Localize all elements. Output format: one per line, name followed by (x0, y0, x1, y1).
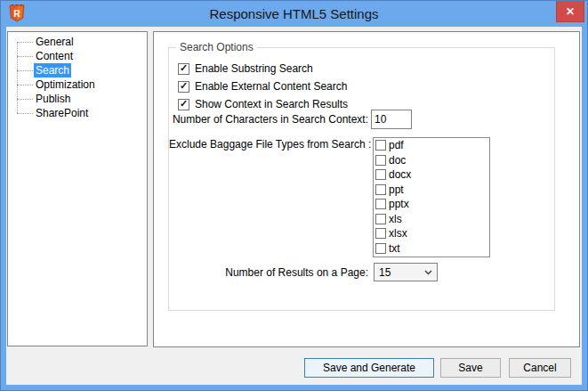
context-chars-label: Number of Characters in Search Context: (169, 113, 368, 126)
ppt-checkbox[interactable] (375, 184, 386, 195)
exclude-files-label: Exclude Baggage File Types from Search : (169, 138, 366, 151)
list-item-ppt[interactable]: ppt (374, 183, 489, 198)
tree-item-label[interactable]: Optimization (34, 77, 97, 92)
pdf-checkbox[interactable] (375, 140, 386, 151)
results-per-page-dropdown[interactable]: 15 (374, 263, 438, 281)
tree-item-publish[interactable]: Publish (8, 92, 147, 106)
groupbox-title: Search Options (176, 41, 257, 53)
title-bar[interactable]: R Responsive HTML5 Settings ✕ (0, 0, 588, 27)
docx-checkbox[interactable] (375, 169, 386, 180)
show-context-checkbox[interactable] (178, 99, 189, 110)
settings-tree: General Content Search Optimization Publ… (8, 35, 147, 120)
save-and-generate-button[interactable]: Save and Generate (304, 358, 434, 378)
tree-item-general[interactable]: General (8, 35, 147, 49)
results-per-page-label: Number of Results on a Page: (169, 266, 368, 279)
ppt-label: ppt (389, 183, 404, 196)
tree-item-label[interactable]: Search (34, 63, 71, 77)
tree-item-label[interactable]: General (34, 35, 76, 49)
substring-search-checkbox[interactable] (178, 63, 189, 75)
external-content-search-checkbox[interactable] (178, 81, 189, 93)
close-button[interactable]: ✕ (556, 1, 584, 22)
txt-label: txt (389, 242, 400, 255)
save-button[interactable]: Save (440, 358, 501, 378)
xlsx-checkbox[interactable] (375, 228, 386, 239)
context-chars-input[interactable] (371, 110, 412, 129)
tree-item-sharepoint[interactable]: SharePoint (8, 106, 147, 120)
list-item-docx[interactable]: docx (374, 167, 489, 183)
external-content-search-label: Enable External Content Search (195, 80, 347, 93)
results-per-page-value: 15 (375, 266, 424, 279)
pptx-label: pptx (389, 198, 409, 210)
xls-checkbox[interactable] (375, 214, 386, 224)
list-item-doc[interactable]: doc (374, 153, 489, 168)
settings-nav-panel: General Content Search Optimization Publ… (7, 31, 148, 346)
dialog-body: General Content Search Optimization Publ… (6, 27, 582, 385)
docx-label: docx (389, 168, 411, 181)
substring-search-label: Enable Substring Search (195, 62, 313, 75)
search-settings-panel: Search Options Enable Substring Search E… (153, 31, 580, 347)
tree-item-label[interactable]: Publish (34, 92, 72, 106)
txt-checkbox[interactable] (375, 243, 386, 254)
list-item-pptx[interactable]: pptx (374, 197, 489, 212)
external-content-search-row: Enable External Content Search (178, 79, 347, 94)
xls-label: xls (389, 213, 402, 225)
tree-item-label[interactable]: SharePoint (34, 106, 90, 120)
chevron-down-icon (424, 270, 432, 275)
close-icon: ✕ (566, 5, 575, 18)
show-context-row: Show Context in Search Results (178, 97, 348, 111)
list-item-xlsx[interactable]: xlsx (374, 226, 489, 241)
xlsx-label: xlsx (389, 227, 407, 240)
search-options-groupbox: Search Options Enable Substring Search E… (168, 47, 555, 311)
settings-dialog: R Responsive HTML5 Settings ✕ General Co… (0, 0, 588, 391)
window-title: Responsive HTML5 Settings (0, 0, 588, 27)
file-type-listbox[interactable]: pdf doc docx ppt (373, 137, 490, 257)
tree-item-content[interactable]: Content (8, 49, 147, 63)
list-item-pdf[interactable]: pdf (374, 138, 489, 153)
doc-label: doc (389, 154, 406, 167)
list-item-txt[interactable]: txt (374, 241, 489, 257)
tree-item-optimization[interactable]: Optimization (8, 77, 147, 92)
doc-checkbox[interactable] (375, 155, 386, 166)
pdf-label: pdf (389, 139, 404, 151)
pptx-checkbox[interactable] (375, 199, 386, 209)
tree-item-search[interactable]: Search (8, 63, 147, 77)
cancel-button[interactable]: Cancel (509, 358, 571, 378)
list-item-xls[interactable]: xls (374, 212, 489, 227)
tree-item-label[interactable]: Content (34, 49, 75, 63)
substring-search-row: Enable Substring Search (178, 61, 313, 76)
show-context-label: Show Context in Search Results (195, 98, 348, 110)
